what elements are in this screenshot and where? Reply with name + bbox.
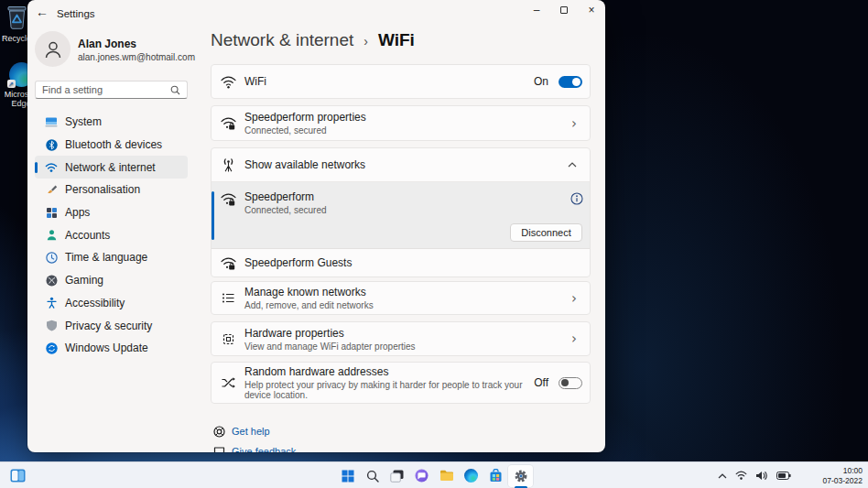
chip-icon: [220, 331, 237, 348]
system-icon: [45, 115, 58, 128]
sidebar-item-label: Apps: [65, 206, 90, 219]
start-button[interactable]: [335, 465, 360, 487]
hardware-card[interactable]: Hardware properties View and manage WiFi…: [211, 321, 591, 356]
shield-icon: [45, 320, 58, 332]
guest-network-name: Speedperform Guests: [244, 256, 352, 269]
random-addresses-card: Random hardware addresses Help protect y…: [211, 362, 591, 404]
sidebar-nav: System Bluetooth & devices Network & int…: [35, 111, 188, 360]
tray-battery-icon[interactable]: [776, 472, 791, 480]
shuffle-icon: [220, 374, 237, 392]
file-explorer-button[interactable]: [434, 465, 459, 487]
wifi-icon: [220, 73, 237, 91]
chevron-up-icon: [568, 162, 577, 168]
search-icon: [366, 470, 379, 483]
recycle-bin-icon: [5, 4, 28, 32]
avatar[interactable]: [35, 31, 71, 67]
wifi-toggle-card: WiFi On: [211, 64, 591, 99]
sidebar-item-privacy[interactable]: Privacy & security: [35, 314, 188, 337]
windows-icon: [342, 470, 354, 483]
tray-volume-icon[interactable]: [755, 471, 768, 481]
sidebar-item-time-language[interactable]: Time & language: [35, 246, 188, 269]
available-networks-card: Show available networks Speedperform Con…: [211, 147, 591, 277]
random-title: Random hardware addresses: [244, 365, 534, 378]
properties-card[interactable]: Speedperform properties Connected, secur…: [211, 105, 591, 141]
edge-button[interactable]: [459, 465, 483, 487]
chevron-right-icon: ›: [571, 115, 577, 132]
sidebar-item-bluetooth[interactable]: Bluetooth & devices: [35, 134, 188, 157]
list-icon: [220, 289, 237, 307]
show-available-networks[interactable]: Show available networks: [212, 148, 590, 182]
get-help-label: Get help: [232, 426, 270, 437]
update-icon: [45, 342, 58, 354]
user-name: Alan Jones: [78, 38, 136, 50]
taskbar-clock[interactable]: 10:00 07-03-2022: [823, 466, 863, 485]
sidebar-item-label: Personalisation: [65, 183, 140, 196]
person-icon: [42, 38, 64, 60]
sidebar-item-label: Bluetooth & devices: [65, 138, 162, 151]
search-placeholder: Find a setting: [42, 84, 103, 95]
sidebar-item-personalisation[interactable]: Personalisation: [35, 179, 188, 201]
chat-icon: [415, 469, 429, 483]
sidebar-item-label: Accounts: [65, 229, 110, 242]
task-view-button[interactable]: [385, 465, 409, 487]
settings-taskbar-button[interactable]: [508, 465, 533, 487]
user-email: alan.jones.wm@hotmail.com: [78, 52, 195, 62]
info-icon[interactable]: [570, 192, 583, 205]
chat-button[interactable]: [409, 465, 434, 487]
tray-wifi-icon[interactable]: [735, 471, 747, 481]
get-help-link[interactable]: Get help: [213, 425, 296, 437]
wifi-toggle[interactable]: [559, 76, 582, 88]
hardware-subtitle: View and manage WiFi adapter properties: [244, 342, 416, 352]
back-button[interactable]: ←: [35, 5, 49, 21]
properties-title: Speedperform properties: [244, 111, 366, 124]
window-title: Settings: [57, 8, 95, 19]
search-icon: [170, 85, 180, 95]
clock-time: 10:00: [823, 466, 863, 476]
sidebar-item-label: Privacy & security: [65, 320, 152, 332]
bluetooth-icon: [45, 138, 58, 151]
sidebar-item-label: Windows Update: [65, 342, 148, 354]
sidebar-item-apps[interactable]: Apps: [35, 201, 188, 224]
sidebar-item-system[interactable]: System: [35, 111, 188, 134]
sidebar-item-accessibility[interactable]: Accessibility: [35, 292, 188, 315]
settings-window: ← Settings – × Alan Jones alan.jones.wm@…: [27, 0, 605, 452]
apps-icon: [45, 206, 58, 219]
give-feedback-label: Give feedback: [232, 446, 296, 453]
gear-icon: [514, 469, 528, 483]
disconnect-button[interactable]: Disconnect: [510, 223, 582, 242]
hardware-title: Hardware properties: [244, 327, 416, 340]
random-toggle[interactable]: [559, 377, 582, 389]
wifi-secured-icon: [220, 190, 237, 208]
wifi-state-label: On: [534, 75, 548, 88]
tray-chevron-up-icon[interactable]: [718, 473, 727, 479]
sidebar-item-label: Time & language: [65, 251, 147, 264]
connected-network-row[interactable]: Speedperform Connected, secured Disconne…: [212, 182, 590, 249]
xbox-icon: [45, 274, 58, 287]
wifi-icon: [45, 161, 58, 174]
sidebar-item-windows-update[interactable]: Windows Update: [35, 337, 188, 360]
widgets-button[interactable]: [6, 466, 28, 486]
manage-networks-card[interactable]: Manage known networks Add, remove, and e…: [211, 281, 591, 315]
taskbar-icons: [335, 462, 533, 488]
chevron-right-icon: ›: [571, 331, 577, 347]
store-button[interactable]: [483, 465, 508, 487]
sidebar-item-label: System: [65, 115, 102, 128]
wifi-secured-icon: [220, 114, 237, 132]
sidebar-item-network[interactable]: Network & internet: [35, 156, 188, 179]
page-title: WiFi: [378, 30, 415, 50]
breadcrumb-separator: ›: [363, 32, 368, 49]
task-view-icon: [390, 470, 404, 483]
search-button[interactable]: [360, 465, 385, 487]
clock-date: 07-03-2022: [823, 476, 863, 486]
sidebar-item-accounts[interactable]: Accounts: [35, 223, 188, 246]
give-feedback-link[interactable]: Give feedback: [213, 445, 296, 452]
breadcrumb-root[interactable]: Network & internet: [211, 30, 353, 50]
random-subtitle: Help protect your privacy by making it h…: [244, 380, 534, 400]
feedback-icon: [213, 445, 225, 452]
guest-network-row[interactable]: Speedperform Guests: [212, 249, 590, 277]
random-state-label: Off: [534, 376, 548, 389]
clock-globe-icon: [45, 251, 58, 264]
sidebar-item-gaming[interactable]: Gaming: [35, 269, 188, 292]
network-name: Speedperform: [244, 190, 327, 203]
search-input[interactable]: Find a setting: [35, 81, 188, 99]
